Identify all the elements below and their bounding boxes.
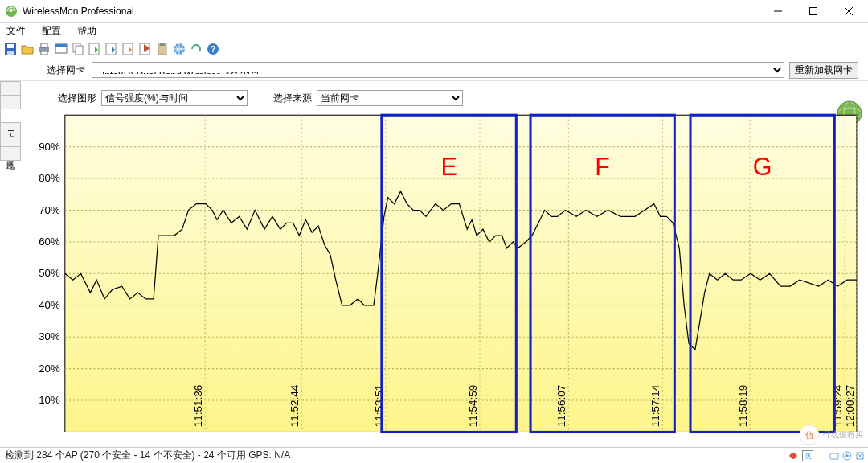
source-select[interactable]: 当前网卡 (317, 90, 463, 106)
svg-rect-13 (89, 43, 99, 55)
source-select-label: 选择来源 (273, 92, 312, 105)
svg-text:80%: 80% (39, 172, 60, 184)
minimize-button[interactable] (760, 0, 796, 22)
svg-text:G: G (753, 153, 772, 181)
svg-text:11:58:19: 11:58:19 (737, 385, 749, 427)
tab-ipconn[interactable]: IP 连接 (0, 122, 21, 147)
svg-rect-14 (106, 43, 116, 55)
svg-rect-18 (160, 43, 165, 46)
tab-graph[interactable]: 图形 (0, 109, 21, 123)
globe-icon[interactable] (172, 42, 186, 56)
export2-icon[interactable] (104, 42, 119, 56)
clipboard-icon[interactable] (155, 42, 170, 56)
ime-tools-icon[interactable] (855, 451, 865, 461)
refresh-icon[interactable] (189, 42, 203, 56)
print-icon[interactable] (37, 42, 51, 56)
toolbar: ? (0, 39, 868, 59)
tab-summary[interactable]: 概要 (0, 81, 21, 96)
svg-text:30%: 30% (39, 330, 60, 342)
ime-input-icon[interactable] (842, 451, 852, 461)
svg-text:40%: 40% (39, 299, 60, 311)
svg-rect-72 (830, 453, 838, 459)
menu-bar: 文件 配置 帮助 (0, 23, 868, 39)
export4-icon[interactable] (138, 42, 153, 56)
svg-text:11:51:36: 11:51:36 (192, 385, 204, 427)
ime-bar: 英 (788, 450, 865, 461)
svg-point-74 (845, 454, 849, 457)
svg-text:11:56:07: 11:56:07 (555, 385, 567, 427)
svg-text:?: ? (211, 45, 215, 54)
menu-help[interactable]: 帮助 (72, 23, 101, 39)
svg-text:F: F (595, 153, 610, 181)
svg-rect-5 (7, 51, 14, 55)
svg-text:60%: 60% (39, 236, 60, 248)
svg-text:11:54:59: 11:54:59 (467, 385, 479, 427)
capture-icon[interactable] (54, 42, 68, 56)
graph-select[interactable]: 信号强度(%)与时间 (101, 90, 248, 106)
adapter-row: 选择网卡 Intel(R) Dual Band Wireless-AC 3165… (0, 59, 868, 81)
status-bar: 检测到 284 个AP (270 个安全 - 14 个不安全) - 24 个可用… (0, 447, 868, 463)
svg-text:11:57:14: 11:57:14 (650, 384, 662, 427)
adapter-label: 选择网卡 (47, 64, 85, 77)
adapter-select[interactable]: Intel(R) Dual Band Wireless-AC 3165 (92, 62, 784, 78)
svg-rect-7 (41, 43, 47, 47)
reload-button[interactable]: 重新加载网卡 (789, 62, 858, 79)
status-text: 检测到 284 个AP (270 个安全 - 14 个不安全) - 24 个可用… (5, 449, 290, 462)
title-bar: WirelessMon Professional (0, 0, 868, 23)
window-title: WirelessMon Professional (23, 6, 760, 17)
svg-point-1 (10, 10, 12, 11)
svg-text:11:53:51: 11:53:51 (373, 385, 385, 427)
help-icon[interactable]: ? (206, 42, 220, 56)
ime-keyboard-icon[interactable] (829, 451, 839, 461)
menu-file[interactable]: 文件 (2, 23, 31, 39)
ime-lang-icon[interactable]: 英 (802, 450, 813, 461)
window-controls (760, 0, 866, 22)
side-tabs: 概要 统计 图形 IP 连接 地图 (0, 81, 21, 447)
svg-text:70%: 70% (39, 204, 60, 216)
svg-rect-2 (810, 7, 817, 14)
chart-controls: 选择图形 信号强度(%)与时间 选择来源 当前网卡 (27, 88, 862, 109)
maximize-button[interactable] (796, 0, 831, 22)
chart-area: 10%20%30%40%50%60%70%80%90%11:51:3611:52… (27, 110, 862, 444)
ime-logo-icon (788, 450, 799, 461)
main-panel: 选择图形 信号强度(%)与时间 选择来源 当前网卡 10%20%30%40%50… (21, 81, 868, 447)
tab-map[interactable]: 地图 (0, 146, 21, 161)
close-button[interactable] (831, 0, 866, 22)
svg-text:50%: 50% (39, 267, 60, 279)
svg-text:11:52:44: 11:52:44 (289, 384, 301, 427)
save-icon[interactable] (3, 42, 18, 56)
graph-select-label: 选择图形 (58, 92, 96, 105)
export3-icon[interactable] (121, 42, 136, 56)
svg-text:20%: 20% (39, 363, 60, 375)
svg-rect-10 (55, 44, 67, 47)
menu-config[interactable]: 配置 (37, 23, 66, 39)
signal-chart: 10%20%30%40%50%60%70%80%90%11:51:3611:52… (27, 110, 862, 444)
export1-icon[interactable] (88, 42, 102, 56)
svg-text:E: E (440, 153, 457, 181)
svg-rect-12 (76, 46, 83, 55)
svg-rect-4 (7, 44, 14, 48)
tab-stats[interactable]: 统计 (0, 95, 21, 109)
svg-rect-15 (123, 43, 133, 55)
app-icon (5, 5, 18, 18)
svg-text:10%: 10% (39, 394, 60, 406)
svg-rect-8 (41, 51, 47, 55)
svg-text:90%: 90% (39, 141, 60, 153)
svg-text:12:00:27: 12:00:27 (844, 385, 856, 427)
ime-moon-icon[interactable] (817, 451, 826, 461)
open-icon[interactable] (20, 42, 35, 56)
copy-icon[interactable] (71, 42, 85, 56)
